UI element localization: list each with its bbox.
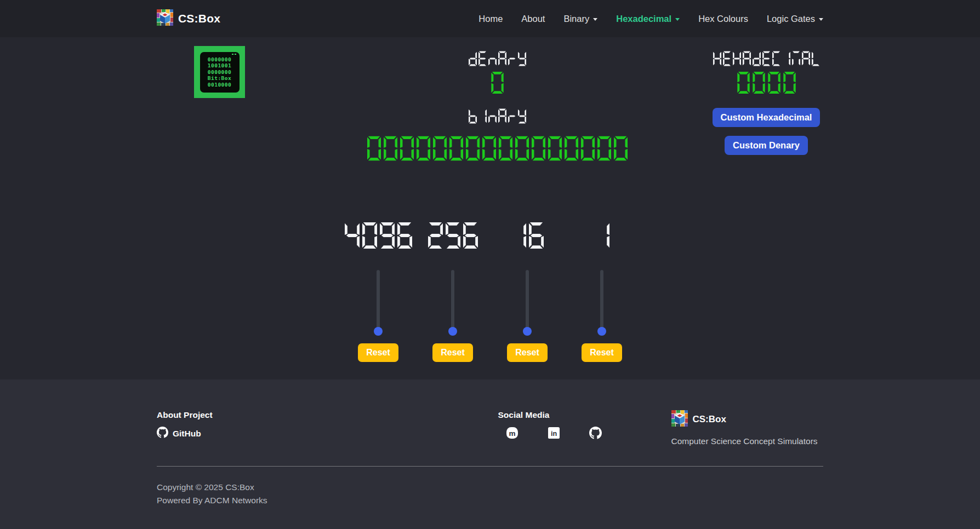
footer-brand: CS:Box bbox=[671, 410, 824, 429]
social-icons-row: m in bbox=[506, 427, 602, 441]
slider-column-4096: Reset bbox=[348, 222, 408, 362]
bit-slider-16[interactable] bbox=[523, 270, 532, 336]
github-icon bbox=[157, 427, 168, 440]
bit-slider-1[interactable] bbox=[597, 270, 606, 336]
slider-track bbox=[600, 270, 603, 331]
nav-item-binary-dropdown[interactable]: Binary bbox=[563, 14, 597, 24]
slider-column-256: Reset bbox=[423, 222, 483, 362]
reset-button-256[interactable]: Reset bbox=[432, 343, 473, 362]
nav-label: Logic Gates bbox=[767, 14, 815, 24]
chevron-down-icon bbox=[675, 18, 680, 21]
reset-button-16[interactable]: Reset bbox=[507, 343, 548, 362]
bit-slider-256[interactable] bbox=[448, 270, 457, 336]
nav-label: Hex Colours bbox=[698, 14, 748, 24]
bit-slider-4096[interactable] bbox=[374, 270, 383, 336]
slider-track bbox=[451, 270, 454, 331]
place-value-label-4096 bbox=[345, 222, 412, 249]
nav-item-hex-colours[interactable]: Hex Colours bbox=[698, 14, 748, 24]
denary-binary-column bbox=[285, 50, 709, 162]
denary-display bbox=[285, 72, 709, 94]
copyright-text: Copyright © 2025 CS:Box bbox=[157, 481, 823, 494]
github-icon[interactable] bbox=[589, 427, 602, 441]
slider-column-16: Reset bbox=[497, 222, 557, 362]
nav-item-home[interactable]: Home bbox=[478, 14, 503, 24]
hexadecimal-converter: 0000000 1001001 0000000 Bit:Box 0010000 … bbox=[0, 37, 980, 380]
slider-handle[interactable] bbox=[374, 327, 383, 336]
hexadecimal-column: Custom Hexadecimal Custom Denary bbox=[709, 50, 823, 155]
nav-item-hexadecimal-dropdown[interactable]: Hexadecimal bbox=[616, 14, 680, 24]
bitbox-line: Bit:Box bbox=[203, 75, 237, 82]
mastodon-icon[interactable]: m bbox=[506, 427, 519, 441]
reset-button-4096[interactable]: Reset bbox=[358, 343, 398, 362]
footer-brand-column: CS:Box Computer Science Concept Simulato… bbox=[602, 410, 824, 446]
nav-label: Home bbox=[478, 14, 503, 24]
social-media-heading: Social Media bbox=[498, 410, 602, 420]
window-dots-icon bbox=[232, 54, 236, 55]
nav-item-about[interactable]: About bbox=[521, 14, 545, 24]
place-value-label-256 bbox=[428, 222, 478, 249]
github-link[interactable]: GitHub bbox=[157, 427, 201, 440]
bitbox-line: 1001001 bbox=[203, 62, 237, 69]
about-project-heading: About Project bbox=[157, 410, 379, 420]
slider-track bbox=[526, 270, 529, 331]
nav-item-logic-gates-dropdown[interactable]: Logic Gates bbox=[767, 14, 823, 24]
chevron-down-icon bbox=[593, 18, 597, 21]
brand-name: CS:Box bbox=[178, 12, 220, 25]
svg-text:m: m bbox=[509, 429, 515, 438]
slider-handle[interactable] bbox=[448, 327, 457, 336]
footer-about-column: About Project GitHub bbox=[157, 410, 379, 440]
nav-menu: Home About Binary Hexadecimal Hex Colour… bbox=[478, 14, 823, 24]
hexadecimal-heading bbox=[713, 50, 820, 67]
brand-link[interactable]: CS:Box bbox=[157, 9, 220, 28]
bitbox-line: 0000000 bbox=[203, 56, 237, 63]
slider-handle[interactable] bbox=[597, 327, 606, 336]
place-value-label-16 bbox=[511, 222, 544, 249]
linkedin-icon[interactable]: in bbox=[548, 427, 560, 441]
footer-divider bbox=[157, 466, 823, 467]
bitbox-logo-image: 0000000 1001001 0000000 Bit:Box 0010000 bbox=[194, 46, 245, 98]
bitbox-screen: 0000000 1001001 0000000 Bit:Box 0010000 bbox=[200, 52, 240, 93]
powered-by-text: Powered By ADCM Networks bbox=[157, 494, 823, 507]
nav-label: Binary bbox=[563, 14, 589, 24]
navbar: CS:Box Home About Binary Hexadecimal Hex… bbox=[0, 0, 980, 37]
denary-heading bbox=[285, 50, 709, 67]
bitbox-line: 0000000 bbox=[203, 69, 237, 76]
binary-display bbox=[285, 135, 709, 162]
bit-sliders: Reset Reset Reset Reset bbox=[0, 222, 980, 362]
slider-track bbox=[377, 270, 380, 331]
slider-handle[interactable] bbox=[523, 327, 532, 336]
custom-denary-button[interactable]: Custom Denary bbox=[725, 136, 808, 155]
slider-column-1: Reset bbox=[572, 222, 632, 362]
left-column: 0000000 1001001 0000000 Bit:Box 0010000 bbox=[157, 46, 285, 98]
github-link-label: GitHub bbox=[173, 429, 201, 439]
custom-hexadecimal-button[interactable]: Custom Hexadecimal bbox=[713, 108, 821, 127]
hexadecimal-display bbox=[737, 72, 796, 94]
binary-heading bbox=[285, 108, 709, 124]
chevron-down-icon bbox=[819, 18, 823, 21]
svg-text:in: in bbox=[550, 430, 556, 438]
footer-tagline: Computer Science Concept Simulators bbox=[671, 436, 824, 446]
footer-social-column: Social Media m in bbox=[379, 410, 602, 441]
csbox-logo-icon bbox=[671, 410, 688, 429]
bitbox-line: 0010000 bbox=[203, 82, 237, 88]
reset-button-1[interactable]: Reset bbox=[582, 343, 622, 362]
footer-brand-name: CS:Box bbox=[693, 414, 726, 425]
nav-label: Hexadecimal bbox=[616, 14, 671, 24]
footer: About Project GitHub Social Media m in bbox=[0, 380, 980, 529]
csbox-logo-icon bbox=[157, 9, 173, 28]
nav-label: About bbox=[521, 14, 545, 24]
place-value-label-1 bbox=[595, 222, 609, 249]
